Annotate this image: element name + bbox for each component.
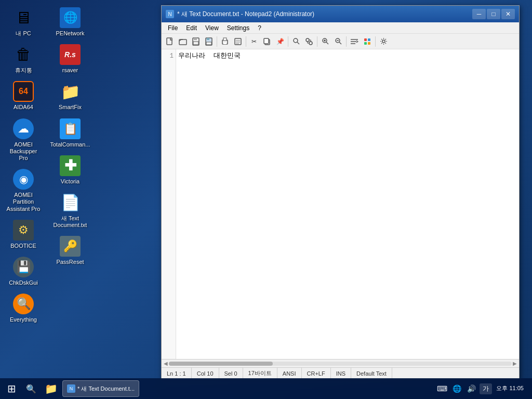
- status-bytes: 17바이트: [243, 368, 277, 379]
- horizontal-scrollbar[interactable]: ◀ ▶: [162, 359, 519, 367]
- desktop-icon-bootice[interactable]: ⚙ BOOTICE: [3, 218, 44, 251]
- toolbar-sep-6: [375, 36, 376, 47]
- toolbar-paste[interactable]: 📌: [274, 35, 286, 48]
- desktop-icon-label-smartfix: SmartFix: [59, 104, 82, 111]
- menu-view[interactable]: View: [201, 23, 223, 33]
- toolbar-sep-1: [217, 36, 217, 47]
- desktop-icon-label-rsaver: rsaver: [62, 67, 78, 74]
- desktop-icon-label-aomei-part: AOMEI Partition Assistant Pro: [5, 192, 42, 212]
- desktop-icon-totalcmd[interactable]: 📋 TotalComman...: [49, 116, 91, 150]
- svg-rect-7: [206, 42, 211, 45]
- desktop-icon-rsaver[interactable]: R.s rsaver: [49, 42, 91, 76]
- toolbar-settings[interactable]: [377, 35, 390, 48]
- taskbar-keyboard-icon[interactable]: ⌨: [436, 382, 448, 395]
- toolbar-wordwrap[interactable]: [348, 35, 361, 48]
- desktop-icon-passreset[interactable]: 🔑 PassReset: [49, 234, 91, 268]
- toolbar-sep-5: [346, 36, 347, 47]
- editor-line-1: 우리나라 대한민국: [178, 51, 517, 61]
- toolbar-replace[interactable]: [303, 35, 315, 48]
- desktop-icon-label-passreset: PassReset: [56, 259, 84, 265]
- menu-bar: File Edit View Settings ?: [162, 22, 519, 34]
- taskbar-search-button[interactable]: 🔍: [22, 379, 41, 398]
- editor-area: 1 우리나라 대한민국: [162, 49, 519, 359]
- status-ln: Ln 1 : 1: [165, 368, 192, 379]
- taskbar-tray: ⌨ 🌐 🔊 가 오후 11:05: [436, 382, 530, 395]
- desktop-icon-chkdsk[interactable]: 💾 ChkDskGui: [3, 255, 44, 288]
- taskbar-window-label: * 새 Text Document.t...: [77, 385, 135, 393]
- taskbar-sound-icon[interactable]: 🔊: [465, 382, 477, 395]
- toolbar-find[interactable]: [290, 35, 302, 48]
- svg-rect-31: [364, 38, 367, 41]
- toolbar-cut[interactable]: ✂: [248, 35, 260, 48]
- desktop-icon-aomei-part[interactable]: ◉ AOMEI Partition Assistant Pro: [3, 167, 44, 215]
- svg-point-17: [294, 38, 298, 43]
- toolbar-zoom-out[interactable]: [332, 35, 344, 48]
- taskbar-clock[interactable]: 오후 11:05: [494, 384, 526, 392]
- desktop-icon-aomei-backup[interactable]: ☁ AOMEI Backupper Pro: [3, 116, 44, 164]
- svg-rect-9: [223, 38, 227, 41]
- editor-content[interactable]: 우리나라 대한민국: [176, 49, 519, 359]
- status-scheme: Default Text: [351, 368, 392, 379]
- desktop-icon-label-bootice: BOOTICE: [10, 243, 36, 249]
- svg-point-35: [382, 40, 385, 43]
- desktop-icon-label-penetwork: PENetwork: [56, 30, 84, 37]
- svg-line-18: [297, 42, 299, 44]
- toolbar-print[interactable]: [219, 35, 231, 48]
- toolbar: ✂ 📌: [162, 34, 519, 49]
- notepad-window: N * 새 Text Document.txt - Notepad2 (Admi…: [161, 5, 520, 379]
- window-controls: ─ □ ✕: [472, 9, 515, 19]
- toolbar-save[interactable]: [203, 35, 215, 48]
- title-bar: N * 새 Text Document.txt - Notepad2 (Admi…: [162, 6, 519, 22]
- taskbar-time: 오후 11:05: [496, 384, 524, 392]
- svg-rect-3: [194, 38, 197, 40]
- desktop: 🖥 내 PC 🗑 휴지통 64 AIDA64 ☁ AOMEI Backupper…: [0, 0, 532, 399]
- taskbar-notepad-icon: N: [67, 384, 75, 393]
- maximize-button[interactable]: □: [487, 9, 500, 19]
- svg-line-22: [326, 42, 328, 44]
- start-button[interactable]: ⊞: [2, 379, 21, 398]
- status-bar: Ln 1 : 1 Col 10 Sel 0 17바이트 ANSI CR+LF I…: [162, 367, 519, 379]
- desktop-icon-label-everything: Everything: [10, 316, 37, 323]
- toolbar-open[interactable]: [177, 35, 189, 48]
- desktop-icon-trash[interactable]: 🗑 휴지통: [3, 42, 44, 76]
- menu-edit[interactable]: Edit: [182, 23, 201, 33]
- scrollbar-thumb[interactable]: [169, 362, 273, 366]
- svg-rect-32: [368, 38, 370, 41]
- desktop-icon-victoria[interactable]: ✚ Victoria: [49, 153, 91, 187]
- svg-rect-16: [264, 38, 269, 44]
- desktop-icon-newdoc[interactable]: 📄 새 Text Document.txt: [49, 190, 91, 231]
- desktop-icon-label-aida64: AIDA64: [14, 104, 33, 111]
- line-numbers: 1: [162, 49, 176, 359]
- svg-rect-34: [368, 42, 370, 45]
- menu-help[interactable]: ?: [254, 23, 265, 33]
- toolbar-copy[interactable]: [261, 35, 273, 48]
- taskbar-network-icon[interactable]: 🌐: [450, 382, 463, 395]
- svg-rect-10: [223, 43, 227, 44]
- desktop-icon-label-aomei-backup: AOMEI Backupper Pro: [5, 141, 42, 162]
- toolbar-save-as[interactable]: [190, 35, 202, 48]
- minimize-button[interactable]: ─: [472, 9, 486, 19]
- desktop-icon-label-my-pc: 내 PC: [16, 30, 31, 37]
- taskbar-lang-indicator[interactable]: 가: [480, 383, 492, 394]
- toolbar-zoom-in[interactable]: [319, 35, 331, 48]
- svg-rect-6: [207, 38, 209, 40]
- taskbar-explorer-button[interactable]: 📁: [42, 379, 60, 398]
- desktop-icon-everything[interactable]: 🔍 Everything: [3, 291, 44, 325]
- taskbar-notepad-button[interactable]: N * 새 Text Document.t...: [62, 380, 139, 397]
- desktop-icon-aida64[interactable]: 64 AIDA64: [3, 79, 44, 113]
- desktop-icon-label-totalcmd: TotalComman...: [50, 141, 90, 148]
- scrollbar-track[interactable]: [169, 362, 512, 366]
- line-number-1: 1: [162, 51, 174, 61]
- menu-settings[interactable]: Settings: [223, 23, 254, 33]
- close-button[interactable]: ✕: [501, 9, 515, 19]
- menu-file[interactable]: File: [164, 23, 182, 33]
- desktop-icon-smartfix[interactable]: 📁 SmartFix: [49, 79, 91, 113]
- status-encoding: ANSI: [277, 368, 302, 379]
- svg-rect-4: [193, 42, 198, 45]
- status-sel: Sel 0: [219, 368, 243, 379]
- toolbar-print-preview[interactable]: [232, 35, 244, 48]
- toolbar-scheme[interactable]: [361, 35, 374, 48]
- desktop-icon-penetwork[interactable]: 🌐 PENetwork: [49, 5, 91, 39]
- desktop-icon-my-pc[interactable]: 🖥 내 PC: [3, 5, 44, 39]
- toolbar-new[interactable]: [164, 35, 176, 48]
